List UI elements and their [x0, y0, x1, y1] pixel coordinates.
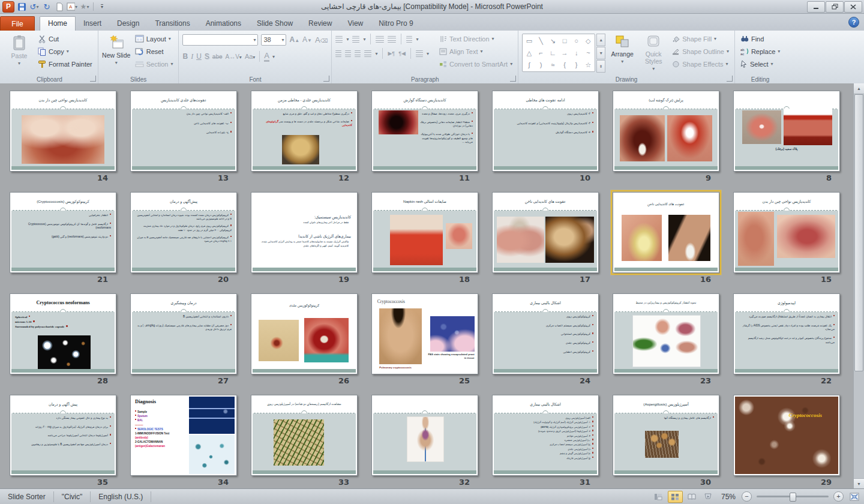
scroll-up-arrow[interactable]: ▲ [854, 83, 864, 94]
shape-gallery-item[interactable]: □ [563, 38, 567, 44]
slide-thumbnail[interactable]: Cryptococcosis 29 [733, 395, 839, 487]
tab-design[interactable]: Design [109, 17, 147, 31]
shapes-scroll-up[interactable]: ▲ [596, 34, 605, 46]
tab-review[interactable]: Review [301, 17, 340, 31]
slide-thumbnail[interactable]: عفونت های کاندیدایی ناخن 17 [492, 192, 598, 284]
zoom-slider-thumb[interactable] [790, 493, 796, 502]
minimize-button[interactable] [807, 1, 825, 13]
shape-gallery-item[interactable]: ☆ [585, 62, 591, 68]
tab-transitions[interactable]: Transitions [147, 17, 197, 31]
slide-thumbnail[interactable]: عفونت‌های جلدی کاندیدیازیسالف- کاندیدیاز… [130, 91, 236, 182]
slide-thumbnail[interactable]: CryptococcosisPulmonary cryptococcosisPA… [371, 293, 477, 385]
slide-thumbnail[interactable]: عفونت های کاندیدایی ناخن 16 [613, 192, 718, 284]
paste-button[interactable]: Paste▾ [5, 32, 34, 74]
reset-button[interactable]: Reset [133, 45, 175, 58]
strikethrough-button[interactable]: abe [212, 53, 223, 60]
font-size-combo[interactable]: 38▾ [261, 34, 286, 46]
normal-view-button[interactable] [652, 491, 665, 502]
shape-gallery-item[interactable]: ) [540, 62, 542, 68]
slide-thumbnail[interactable]: اشکال بالینی بیماریالف) آسپرژیلوزیس ریوی… [492, 395, 598, 487]
slideshow-view-button[interactable] [701, 491, 715, 502]
new-document-icon[interactable] [54, 1, 65, 12]
vertical-scrollbar[interactable]: ▲ ▼ [853, 83, 864, 489]
shape-effects-button[interactable]: Shape Effects▾ [670, 58, 731, 70]
replace-button[interactable]: abac Replace▾ [739, 45, 782, 58]
slide-thumbnail[interactable]: کاندیدیازیس سیستمیک:فقط در مراحل آخر بیم… [251, 192, 356, 284]
quick-styles-button[interactable]: Quick Styles▾ [639, 32, 668, 74]
new-slide-button[interactable]: New Slide▾ [102, 32, 131, 74]
slide-thumbnail[interactable]: پلاک سفید (برفک) 8 [733, 91, 839, 182]
underline-button[interactable]: U [196, 52, 202, 61]
slide-thumbnail[interactable]: نحوه انتشار کریپتوکوکوزیس و بیماریزایی د… [613, 293, 718, 385]
cut-button[interactable]: Cut [36, 32, 94, 45]
theme-status[interactable]: "Civic" [54, 491, 91, 502]
copy-button[interactable]: Copy▾ [36, 45, 94, 58]
shadow-button[interactable]: S [205, 52, 209, 61]
increase-indent-icon[interactable] [388, 36, 396, 43]
tab-insert[interactable]: Insert [76, 17, 109, 31]
tab-view[interactable]: View [340, 17, 371, 31]
shapes-scroll-down[interactable]: ▼ [596, 47, 605, 59]
slide-thumbnail[interactable]: پیش‌آگهی و درمانکریپتوکوکوزیس درمان نشده… [130, 192, 236, 284]
slide-thumbnail[interactable]: اپیدمیولوژیانتقال بیماری به انسان عمدتاً… [733, 293, 839, 385]
decrease-indent-icon[interactable] [376, 36, 384, 43]
shape-gallery-item[interactable]: ╲ [539, 38, 543, 44]
shape-gallery-item[interactable]: → [562, 50, 568, 56]
italic-button[interactable]: I [191, 52, 193, 61]
tab-slide-show[interactable]: Slide Show [249, 17, 301, 31]
shape-gallery-item[interactable]: ▭ [526, 38, 532, 44]
shape-gallery-item[interactable]: ≈ [551, 62, 554, 68]
slide-thumbnail[interactable]: اشکال بالینی بیماریکریپتوکوکوزیس ریویکری… [492, 293, 598, 385]
slide-thumbnail[interactable]: Cryptococcus neoformansSpherical5-10 mic… [10, 293, 115, 385]
fit-to-window-button[interactable] [848, 491, 860, 502]
shape-gallery-item[interactable]: ◇ [586, 38, 590, 44]
shape-gallery-item[interactable]: ∟ [550, 50, 556, 56]
slide-thumbnail[interactable]: کریپتوکوکوزیس جلدی 26 [251, 293, 356, 385]
shape-fill-button[interactable]: Shape Fill▾ [670, 32, 731, 45]
section-button[interactable]: Section▾ [133, 58, 175, 70]
shrink-font-icon[interactable]: A▼ [302, 35, 312, 44]
redo-icon[interactable]: ↻ [41, 1, 52, 12]
font-color-icon[interactable]: A [264, 51, 269, 62]
zoom-out-button[interactable]: − [742, 491, 752, 502]
align-center-icon[interactable] [345, 50, 351, 57]
shape-gallery-item[interactable]: } [575, 62, 578, 68]
shape-gallery-item[interactable]: ○ [574, 38, 578, 44]
slide-thumbnail[interactable]: DiagnosisSampleSputumBAL———SEROLOGIC TES… [130, 395, 236, 487]
shape-gallery-item[interactable]: ʃ [529, 62, 530, 68]
columns-icon[interactable] [416, 50, 423, 57]
tab-nitro-pro-9[interactable]: Nitro Pro 9 [371, 17, 421, 31]
numbering-icon[interactable] [352, 36, 359, 43]
slide-thumbnail[interactable]: ادامه عفونت های مخاطی۲- کاندیدیازیس ریوی… [492, 91, 598, 182]
align-text-button[interactable]: Align Text▾ [437, 45, 514, 58]
shapes-more[interactable]: ⇟ [596, 60, 605, 73]
paragraph-dialog-launcher[interactable] [510, 76, 516, 82]
tab-file[interactable]: File [0, 16, 35, 31]
align-left-icon[interactable] [335, 50, 341, 57]
character-spacing-icon[interactable]: A↔V▾ [226, 53, 242, 60]
slide-thumbnail[interactable]: کاندیدیازیس نواحی چین دار بدن 15 [733, 192, 839, 284]
tab-animations[interactable]: Animations [198, 17, 249, 31]
align-right-icon[interactable] [355, 50, 361, 57]
slide-thumbnail[interactable]: آسپرژیلوزیس (Aspergillosis)ارگانیسم های … [613, 395, 718, 487]
format-painter-button[interactable]: Format Painter [36, 58, 94, 70]
select-button[interactable]: Select▾ [739, 58, 782, 70]
shape-gallery-item[interactable]: ↘ [550, 38, 556, 44]
slide-thumbnail[interactable]: پرلش (ترک گوشه لب) 9 [613, 91, 718, 182]
undo-icon[interactable]: ↺▾ [29, 1, 40, 12]
zoom-slider[interactable] [757, 496, 829, 497]
zoom-in-button[interactable]: + [833, 491, 844, 502]
change-case-icon[interactable]: Aa▾ [245, 53, 255, 60]
favorites-star-icon[interactable]: ★▾ [79, 1, 90, 12]
text-direction-button[interactable]: Text Direction▾ [437, 32, 514, 45]
shape-gallery-item[interactable]: △ [527, 50, 532, 56]
language-status[interactable]: English (U.S.) [91, 491, 151, 502]
slide-thumbnail[interactable]: 32 [371, 395, 477, 487]
clipboard-dialog-launcher[interactable] [90, 76, 96, 82]
layout-button[interactable]: Layout▾ [133, 32, 175, 45]
slide-thumbnail[interactable]: ضایعات انتنالی Napkin rash 18 [371, 192, 477, 284]
shape-gallery-item[interactable]: ~ [586, 50, 590, 56]
slide-thumbnail[interactable]: مشاهده ارگانیسم (ریسه‌های دو شاخه) در آس… [251, 395, 356, 487]
font-name-combo[interactable]: ▾ [182, 34, 258, 46]
view-status[interactable]: Slide Sorter [0, 491, 54, 502]
